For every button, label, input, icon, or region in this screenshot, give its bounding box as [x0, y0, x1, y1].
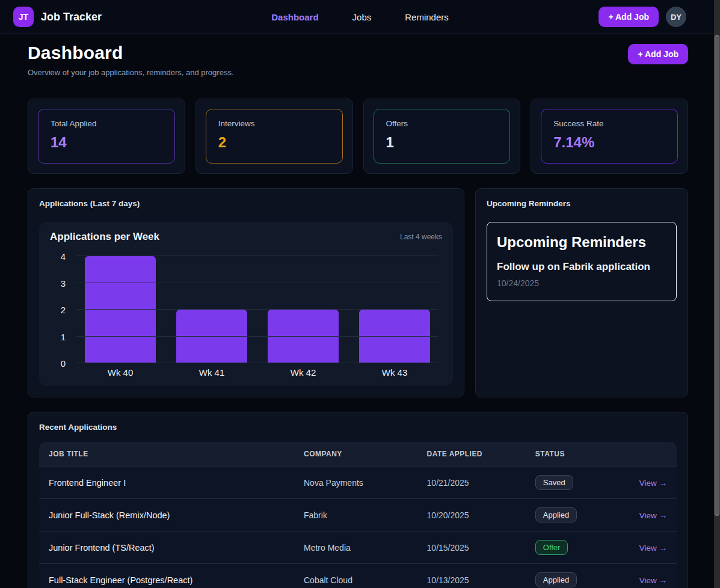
- y-axis-tick-label: 4: [61, 251, 66, 262]
- view-link[interactable]: View →: [639, 479, 667, 488]
- table-header-row: JOB TITLE COMPANY DATE APPLIED STATUS: [39, 442, 677, 466]
- view-link[interactable]: View →: [639, 576, 667, 585]
- page-subtitle: Overview of your job applications, remin…: [28, 68, 688, 77]
- vertical-scrollbar[interactable]: [714, 0, 720, 588]
- chart-card-title: Applications (Last 7 days): [39, 199, 453, 208]
- reminder-panel: Upcoming Reminders Follow up on Fabrik a…: [487, 222, 677, 301]
- cell-actions: View →: [621, 469, 677, 497]
- stat-value: 2: [218, 134, 330, 151]
- cell-actions: View →: [621, 566, 677, 588]
- chart-panel: Applications per Week Last 4 weeks 01234…: [39, 222, 453, 386]
- cell-company: Nova Payments: [294, 470, 417, 496]
- nav-item-reminders[interactable]: Reminders: [405, 12, 449, 22]
- chart-subtitle: Last 4 weeks: [400, 233, 442, 241]
- cell-status: Saved: [526, 467, 621, 498]
- chart-title: Applications per Week: [50, 231, 159, 243]
- gridline: 3: [76, 283, 438, 283]
- reminder-item-date: 10/24/2025: [497, 278, 666, 288]
- cell-job-title: Full-Stack Engineer (Postgres/React): [39, 567, 294, 588]
- scrollbar-thumb[interactable]: [715, 35, 719, 516]
- cell-company: Fabrik: [294, 502, 417, 528]
- stat-card-success-rate: Success Rate 7.14%: [531, 99, 688, 174]
- view-link[interactable]: View →: [639, 511, 667, 520]
- stats-grid: Total Applied 14 Interviews 2 Offers 1 S…: [28, 99, 688, 174]
- chart-bar-wk-41: [176, 310, 247, 363]
- x-axis-tick-label: Wk 40: [85, 367, 156, 378]
- cell-date-applied: 10/13/2025: [417, 567, 526, 588]
- top-navbar: JT Job Tracker Dashboard Jobs Reminders …: [0, 0, 720, 34]
- y-axis-tick-label: 3: [61, 278, 66, 288]
- nav-item-dashboard[interactable]: Dashboard: [271, 12, 318, 22]
- chart-header: Applications per Week Last 4 weeks: [50, 231, 442, 243]
- stat-label: Success Rate: [553, 119, 665, 128]
- stat-label: Interviews: [218, 119, 330, 128]
- gridline: 2: [76, 309, 438, 310]
- cell-job-title: Frontend Engineer I: [39, 470, 294, 496]
- chart-plot: 01234: [76, 256, 438, 363]
- y-axis-tick-label: 0: [61, 358, 66, 369]
- chart-bar-wk-42: [268, 310, 339, 363]
- page-content: Dashboard Overview of your job applicati…: [0, 34, 720, 588]
- column-header-job-title: JOB TITLE: [39, 442, 294, 466]
- cell-company: Cobalt Cloud: [294, 567, 417, 588]
- table-body: Frontend Engineer INova Payments10/21/20…: [39, 466, 677, 588]
- charts-row: Applications (Last 7 days) Applications …: [28, 188, 688, 397]
- cell-status: Offer: [526, 531, 621, 563]
- page-title: Dashboard: [28, 43, 688, 63]
- chart-bars: [76, 256, 438, 363]
- user-avatar[interactable]: DY: [666, 7, 686, 27]
- chart-bar-wk-43: [359, 310, 430, 363]
- chart-x-axis: Wk 40Wk 41Wk 42Wk 43: [76, 367, 438, 378]
- stat-card-offers: Offers 1: [363, 99, 521, 174]
- app-title: Job Tracker: [41, 11, 102, 23]
- recent-applications-card: Recent Applications JOB TITLE COMPANY DA…: [28, 412, 688, 588]
- column-header-date-applied: DATE APPLIED: [417, 442, 526, 466]
- upcoming-reminders-card: Upcoming Reminders Upcoming Reminders Fo…: [475, 188, 688, 397]
- table-row: Junior Frontend (TS/React)Metro Media10/…: [39, 531, 677, 563]
- stat-card-total-applied: Total Applied 14: [28, 99, 185, 174]
- nav-item-jobs[interactable]: Jobs: [352, 12, 372, 22]
- cell-company: Metro Media: [294, 534, 417, 561]
- stat-label: Offers: [386, 119, 498, 128]
- stat-label: Total Applied: [51, 119, 162, 128]
- chart-bar-wk-40: [85, 256, 156, 363]
- cell-job-title: Junior Full-Stack (Remix/Node): [39, 502, 294, 528]
- table-row: Full-Stack Engineer (Postgres/React)Coba…: [39, 563, 677, 588]
- reminder-item-text: Follow up on Fabrik application: [497, 261, 666, 273]
- cell-date-applied: 10/21/2025: [417, 470, 526, 496]
- reminder-panel-heading: Upcoming Reminders: [497, 234, 666, 251]
- brand: JT Job Tracker: [13, 7, 102, 27]
- x-axis-tick-label: Wk 43: [359, 367, 430, 378]
- status-badge: Saved: [535, 475, 573, 490]
- gridline: 0: [76, 363, 438, 363]
- page-header: Dashboard Overview of your job applicati…: [28, 43, 688, 77]
- table-row: Junior Full-Stack (Remix/Node)Fabrik10/2…: [39, 498, 677, 531]
- navbar-actions: + Add Job DY: [598, 7, 686, 27]
- cell-date-applied: 10/20/2025: [417, 502, 526, 528]
- cell-status: Applied: [526, 564, 621, 588]
- gridline: 4: [76, 256, 438, 256]
- stat-value: 7.14%: [553, 134, 665, 151]
- y-axis-tick-label: 2: [61, 305, 66, 315]
- applications-chart-card: Applications (Last 7 days) Applications …: [28, 188, 464, 397]
- applications-table: JOB TITLE COMPANY DATE APPLIED STATUS Fr…: [39, 442, 677, 588]
- cell-date-applied: 10/15/2025: [417, 534, 526, 561]
- table-row: Frontend Engineer INova Payments10/21/20…: [39, 466, 677, 498]
- gridline: 1: [76, 336, 438, 337]
- main-nav: Dashboard Jobs Reminders: [271, 12, 449, 22]
- add-job-button-header[interactable]: + Add Job: [628, 44, 688, 64]
- cell-job-title: Junior Frontend (TS/React): [39, 534, 294, 561]
- column-header-status: STATUS: [526, 442, 621, 466]
- stat-card-interviews: Interviews 2: [195, 99, 353, 174]
- cell-status: Applied: [526, 499, 621, 531]
- app-logo-icon: JT: [13, 7, 34, 27]
- x-axis-tick-label: Wk 41: [176, 367, 247, 378]
- status-badge: Applied: [535, 572, 577, 587]
- stat-value: 1: [386, 134, 498, 151]
- add-job-button-nav[interactable]: + Add Job: [598, 7, 659, 27]
- x-axis-tick-label: Wk 42: [268, 367, 339, 378]
- column-header-actions: [621, 446, 677, 462]
- table-card-title: Recent Applications: [39, 423, 677, 432]
- cell-actions: View →: [621, 501, 677, 529]
- view-link[interactable]: View →: [639, 544, 667, 553]
